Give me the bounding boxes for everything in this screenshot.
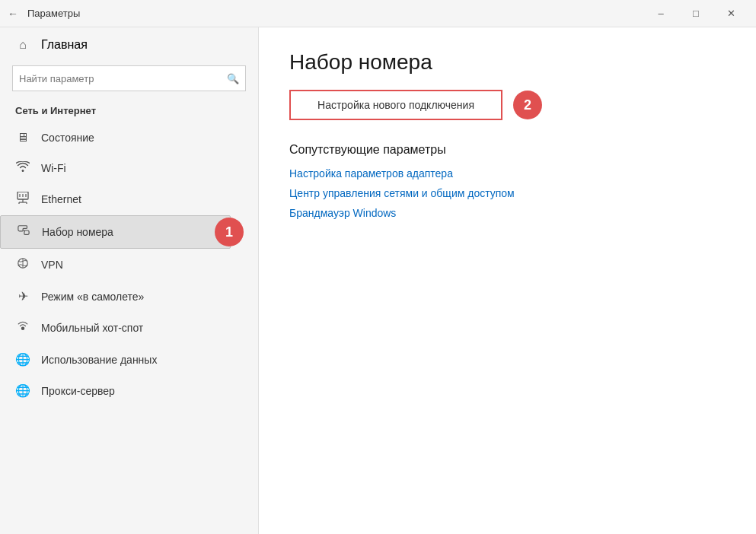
minimize-button[interactable]: –	[643, 0, 678, 27]
sidebar-label-dialup: Набор номера	[42, 226, 113, 238]
sidebar-item-dialup[interactable]: Набор номера 1	[0, 215, 231, 249]
sidebar-item-wifi[interactable]: Wi-Fi	[0, 153, 258, 183]
close-button[interactable]: ✕	[713, 0, 748, 27]
main-layout: ⌂ Главная 🔍 Сеть и Интернет 🖥 Состояние	[0, 27, 756, 534]
sidebar-label-hotspot: Мобильный хот-спот	[41, 322, 143, 334]
vpn-icon	[15, 257, 30, 272]
sidebar-item-vpn[interactable]: VPN	[0, 249, 258, 281]
window-controls: – □ ✕	[643, 0, 748, 27]
sidebar-label-wifi: Wi-Fi	[41, 162, 66, 174]
dialup-icon	[16, 224, 31, 240]
setup-button-container: Настройка нового подключения 2	[289, 90, 726, 120]
sidebar-item-hotspot[interactable]: Мобильный хот-спот	[0, 312, 258, 344]
home-icon: ⌂	[15, 38, 30, 52]
status-icon: 🖥	[15, 131, 30, 145]
page-title: Набор номера	[289, 50, 726, 75]
search-input[interactable]	[19, 73, 227, 84]
sidebar: ⌂ Главная 🔍 Сеть и Интернет 🖥 Состояние	[0, 27, 259, 534]
badge-2: 2	[513, 91, 542, 119]
badge-1: 1	[215, 218, 244, 246]
related-settings: Сопутствующие параметры Настройка параме…	[289, 143, 726, 219]
related-link-firewall[interactable]: Брандмауэр Windows	[289, 207, 726, 219]
sidebar-section-title: Сеть и Интернет	[0, 100, 258, 122]
sidebar-label-proxy: Прокси-сервер	[41, 385, 115, 397]
sidebar-label-datausage: Использование данных	[41, 354, 157, 366]
sidebar-item-home[interactable]: ⌂ Главная	[0, 27, 258, 62]
sidebar-label-airplane: Режим «в самолете»	[41, 291, 144, 303]
setup-new-connection-button[interactable]: Настройка нового подключения	[289, 90, 502, 120]
wifi-icon	[15, 161, 30, 175]
sidebar-item-datausage[interactable]: 🌐 Использование данных	[0, 344, 258, 375]
sidebar-item-ethernet[interactable]: Ethernet	[0, 183, 258, 215]
svg-point-11	[21, 326, 24, 329]
back-button[interactable]: ←	[8, 8, 18, 20]
sidebar-item-airplane[interactable]: ✈ Режим «в самолете»	[0, 281, 258, 312]
content-area: Набор номера Настройка нового подключени…	[259, 27, 756, 534]
sidebar-label-vpn: VPN	[41, 259, 63, 271]
sidebar-home-label: Главная	[41, 38, 88, 52]
sidebar-label-ethernet: Ethernet	[41, 193, 81, 205]
related-title: Сопутствующие параметры	[289, 143, 726, 157]
hotspot-icon	[15, 320, 30, 335]
airplane-icon: ✈	[15, 289, 30, 304]
title-bar: ← Параметры – □ ✕	[0, 0, 756, 27]
restore-button[interactable]: □	[678, 0, 713, 27]
ethernet-icon	[15, 192, 30, 207]
sidebar-item-proxy[interactable]: 🌐 Прокси-сервер	[0, 375, 258, 406]
sidebar-label-status: Состояние	[41, 132, 94, 144]
datausage-icon: 🌐	[15, 352, 30, 367]
search-box[interactable]: 🔍	[12, 65, 246, 91]
related-link-network-center[interactable]: Центр управления сетями и общим доступом	[289, 187, 726, 199]
proxy-icon: 🌐	[15, 383, 30, 398]
related-link-adapter[interactable]: Настройка параметров адаптера	[289, 167, 726, 180]
search-icon: 🔍	[227, 73, 239, 84]
sidebar-item-status[interactable]: 🖥 Состояние	[0, 122, 258, 153]
window-title: Параметры	[27, 8, 643, 19]
